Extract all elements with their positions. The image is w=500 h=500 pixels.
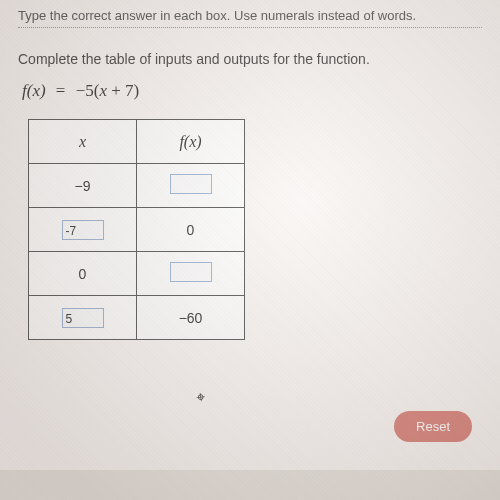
header-x: x: [29, 120, 137, 164]
table-row: -7 0: [29, 208, 245, 252]
cell-fx-1: 0: [137, 208, 245, 252]
formula-eq: =: [56, 81, 66, 100]
mouse-cursor-icon: ⌖: [195, 387, 206, 406]
cell-x-0: −9: [29, 164, 137, 208]
table-row: 0: [29, 252, 245, 296]
table-row: 5 −60: [29, 296, 245, 340]
table-container: x f(x) −9 -7 0 0 5 −60: [0, 119, 500, 340]
cell-x-2: 0: [29, 252, 137, 296]
question-text: Complete the table of inputs and outputs…: [0, 33, 500, 77]
cell-x-3: 5: [29, 296, 137, 340]
cell-x-1: -7: [29, 208, 137, 252]
formula-lhs: f(x): [22, 81, 46, 100]
reset-button[interactable]: Reset: [394, 411, 472, 442]
table-row: −9: [29, 164, 245, 208]
cell-fx-2: [137, 252, 245, 296]
io-table: x f(x) −9 -7 0 0 5 −60: [28, 119, 245, 340]
worksheet-page: Type the correct answer in each box. Use…: [0, 0, 500, 470]
input-x-3[interactable]: 5: [62, 308, 104, 328]
header-fx: f(x): [137, 120, 245, 164]
input-fx-0[interactable]: [170, 174, 212, 194]
input-fx-2[interactable]: [170, 262, 212, 282]
top-instruction-text: Type the correct answer in each box. Use…: [0, 0, 500, 33]
function-formula: f(x) = −5(x + 7): [0, 77, 500, 119]
input-x-1[interactable]: -7: [62, 220, 104, 240]
table-header-row: x f(x): [29, 120, 245, 164]
formula-rhs: −5(x + 7): [76, 81, 140, 100]
cell-fx-0: [137, 164, 245, 208]
cell-fx-3: −60: [137, 296, 245, 340]
